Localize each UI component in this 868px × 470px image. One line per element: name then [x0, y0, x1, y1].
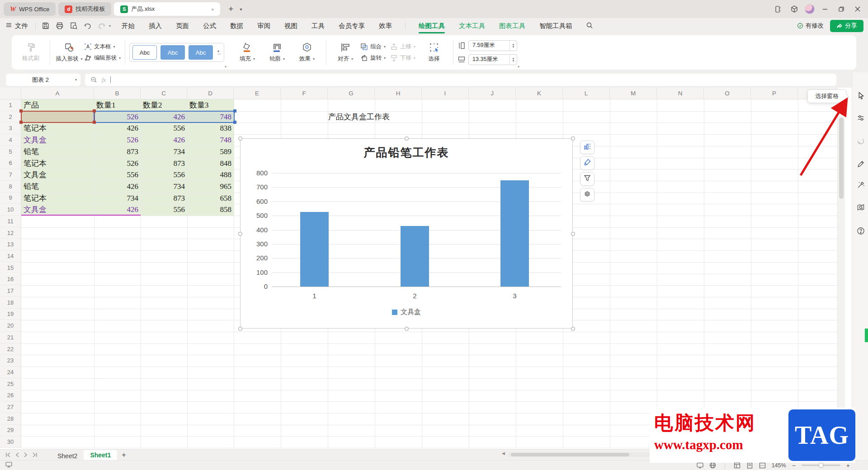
close-button[interactable] — [852, 3, 863, 15]
minimize-button[interactable] — [819, 3, 831, 15]
table-cell[interactable]: 488 — [189, 169, 231, 181]
table-header-cell[interactable]: 数量3 — [189, 99, 231, 111]
table-cell[interactable]: 526 — [96, 134, 138, 146]
quick-actions-more-icon[interactable]: ▾ — [109, 24, 111, 28]
row-header-20[interactable]: 20 — [0, 320, 21, 332]
prev-sheet-icon[interactable] — [15, 452, 19, 457]
table-cell[interactable]: 848 — [189, 158, 231, 169]
row-header-23[interactable]: 23 — [0, 355, 21, 367]
table-cell[interactable]: 556 — [143, 169, 185, 181]
table-cell[interactable]: 笔记本 — [24, 122, 92, 134]
name-box-chevron-icon[interactable]: ▾ — [75, 78, 77, 82]
row-header-14[interactable]: 14 — [0, 250, 21, 262]
column-header-B[interactable]: B — [94, 88, 141, 99]
row-header-10[interactable]: 10 — [0, 204, 21, 216]
print-icon[interactable] — [55, 21, 64, 30]
table-cell[interactable]: 文具盒 — [24, 169, 92, 181]
column-header-G[interactable]: G — [328, 88, 375, 99]
column-header-L[interactable]: L — [563, 88, 610, 99]
tools-wand-icon[interactable] — [856, 180, 866, 190]
chart-resize-handle[interactable] — [405, 327, 409, 331]
table-cell[interactable]: 426 — [96, 204, 138, 216]
3d-cube-icon[interactable] — [788, 3, 800, 15]
menu-10[interactable]: 效率 — [378, 19, 393, 33]
menu-2[interactable]: 插入 — [148, 19, 163, 33]
table-cell[interactable]: 658 — [189, 193, 231, 204]
table-cell[interactable]: 873 — [143, 193, 185, 204]
table-cell[interactable]: 笔记本 — [24, 193, 92, 204]
menu-7[interactable]: 视图 — [283, 19, 298, 33]
menu-14[interactable]: 智能工具箱 — [538, 19, 573, 33]
row-header-19[interactable]: 19 — [0, 309, 21, 320]
size-dialog-launcher-icon[interactable]: ▾ — [518, 65, 519, 69]
table-cell[interactable]: 426 — [143, 134, 185, 146]
scroll-up-icon[interactable]: ▲ — [838, 110, 845, 114]
table-cell[interactable]: 426 — [96, 181, 138, 193]
menu-11[interactable]: 绘图工具 — [418, 19, 446, 33]
next-sheet-icon[interactable] — [24, 452, 28, 457]
shape-width-field[interactable]: 13.35厘米 ▲▼ — [468, 54, 517, 65]
outline-button[interactable]: 轮廓▾ — [262, 42, 292, 63]
menu-5[interactable]: 数据 — [229, 19, 244, 33]
row-header-28[interactable]: 28 — [0, 413, 21, 425]
table-header-cell[interactable]: 数量1 — [96, 99, 138, 111]
chart-resize-handle[interactable] — [238, 136, 242, 141]
document-tab[interactable]: d找稻壳模板 — [58, 2, 111, 16]
sheet-tab-sheet2[interactable]: Sheet2 — [51, 451, 84, 461]
row-header-1[interactable]: 1 — [0, 99, 21, 111]
table-cell[interactable]: 734 — [143, 146, 185, 158]
column-header-A[interactable]: A — [21, 88, 94, 99]
embedded-chart[interactable]: 产品铅笔工作表 0100200300400500600700800123 文具盒 — [240, 138, 573, 329]
range-handle[interactable] — [19, 109, 23, 113]
modified-status[interactable]: 有修改 — [797, 22, 824, 30]
column-header-I[interactable]: I — [422, 88, 469, 99]
column-header-E[interactable]: E — [234, 88, 281, 99]
table-header-cell[interactable]: 产品 — [24, 99, 92, 111]
save-icon[interactable] — [41, 21, 50, 30]
scroll-collapse-icon[interactable]: — — [838, 104, 845, 108]
grid-corner[interactable] — [0, 88, 21, 99]
add-sheet-button[interactable]: + — [122, 451, 126, 459]
menu-3[interactable]: 页面 — [175, 19, 190, 33]
shape-height-field[interactable]: 7.59厘米 ▲▼ — [468, 40, 517, 51]
row-header-13[interactable]: 13 — [0, 239, 21, 250]
chart-resize-handle[interactable] — [405, 136, 409, 141]
range-handle[interactable] — [233, 109, 236, 113]
restore-button[interactable] — [835, 3, 847, 15]
document-tab[interactable]: WWPS Office — [4, 2, 56, 16]
effect-button[interactable]: 效果▾ — [292, 42, 322, 63]
chart-resize-handle[interactable] — [571, 136, 575, 141]
width-spinner[interactable]: ▲▼ — [509, 55, 517, 65]
table-cell[interactable]: 858 — [189, 204, 231, 216]
formula-input[interactable]: fx — [85, 74, 836, 86]
gallery-more-icon[interactable]: ▾— — [217, 50, 221, 55]
new-tab-button[interactable]: + — [228, 4, 233, 14]
sheet-title-text[interactable]: 产品文具盒工作表 — [328, 111, 428, 123]
row-header-2[interactable]: 2 — [0, 111, 21, 123]
column-header-O[interactable]: O — [704, 88, 751, 99]
menu-4[interactable]: 公式 — [202, 19, 217, 33]
select-button[interactable]: 选择 — [419, 42, 449, 63]
shape-style-chip[interactable]: Abc — [189, 45, 213, 60]
file-menu[interactable]: 文件 — [15, 22, 28, 30]
row-header-12[interactable]: 12 — [0, 227, 21, 239]
column-header-D[interactable]: D — [187, 88, 234, 99]
menu-8[interactable]: 工具 — [311, 19, 326, 33]
chart-resize-handle[interactable] — [238, 232, 242, 236]
move-down-button[interactable]: 下移▾ — [390, 54, 415, 62]
row-header-25[interactable]: 25 — [0, 378, 21, 390]
column-header-P[interactable]: P — [751, 88, 798, 99]
range-handle[interactable] — [19, 121, 23, 124]
menu-9[interactable]: 会员专享 — [338, 19, 366, 33]
table-cell[interactable]: 铅笔 — [24, 146, 92, 158]
last-sheet-icon[interactable] — [32, 452, 38, 457]
text-box-button[interactable]: 文本框▾ — [84, 43, 121, 51]
table-cell[interactable]: 734 — [96, 193, 138, 204]
macro-status-icon[interactable] — [5, 462, 12, 469]
vertical-scroll-thumb[interactable] — [839, 118, 844, 199]
row-header-24[interactable]: 24 — [0, 367, 21, 378]
row-header-21[interactable]: 21 — [0, 332, 21, 343]
device-sync-icon[interactable] — [772, 3, 784, 15]
zoom-level[interactable]: 145% — [772, 462, 786, 469]
insert-shape-button[interactable]: 插入形状▾ — [54, 42, 84, 63]
